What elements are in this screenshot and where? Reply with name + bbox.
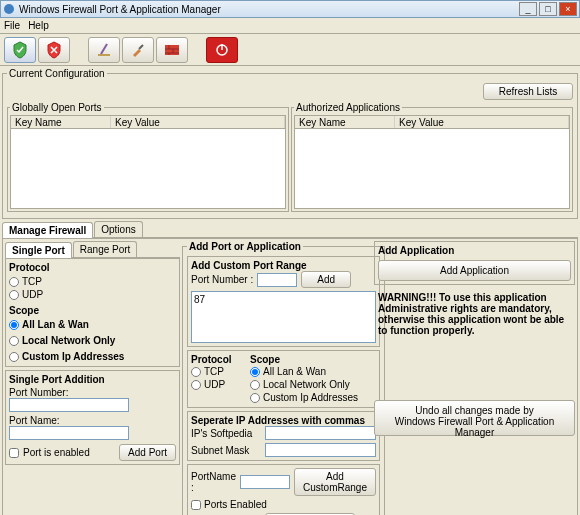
mid-tcp-label: TCP (204, 366, 224, 377)
auth-apps-col-keyvalue[interactable]: Key Value (395, 116, 569, 128)
mid-portnum-label: Port Number : (191, 274, 253, 285)
range-portnum-input[interactable] (257, 273, 297, 287)
mid-radio-scope-custom[interactable] (250, 393, 260, 403)
mid-protocol-label: Protocol (191, 354, 246, 365)
mid-scope3: Custom Ip Addresses (263, 392, 358, 403)
protocol-label: Protocol (9, 262, 176, 273)
mid-scope1: All Lan & Wan (263, 366, 326, 377)
port-name-input[interactable] (9, 426, 129, 440)
warning-text: WARNING!!! To use this application Admin… (374, 288, 575, 340)
brush-button[interactable] (122, 37, 154, 63)
sepip-label: Seperate IP Addresses with commas (191, 415, 376, 426)
scope-label: Scope (9, 305, 176, 316)
close-button[interactable]: × (559, 2, 577, 16)
open-ports-title: Globally Open Ports (10, 102, 104, 113)
minimize-button[interactable]: _ (519, 2, 537, 16)
menu-file[interactable]: File (4, 20, 20, 31)
tab-range-port[interactable]: Range Port (73, 241, 138, 257)
mid-radio-scope-all[interactable] (250, 367, 260, 377)
open-ports-group: Globally Open Ports Key Name Key Value (7, 102, 289, 212)
tab-options[interactable]: Options (94, 221, 142, 237)
radio-scope-all[interactable] (9, 320, 19, 330)
tab-single-port[interactable]: Single Port (5, 242, 72, 258)
add-app-label: Add Application (378, 245, 571, 256)
open-ports-list[interactable] (10, 129, 286, 209)
window-title: Windows Firewall Port & Application Mana… (19, 4, 517, 15)
mid-scope2: Local Network Only (263, 379, 350, 390)
current-config-group: Current Configuration Refresh Lists Glob… (2, 68, 578, 219)
ips-input[interactable] (265, 426, 376, 440)
portnum-label: Port Number: (9, 387, 176, 398)
app-icon (3, 3, 15, 15)
mid-scope-label: Scope (250, 354, 376, 365)
open-ports-header: Key Name Key Value (10, 115, 286, 129)
ports-enabled-label: Ports Enabled (204, 499, 267, 510)
menubar: File Help (0, 18, 580, 34)
add-button[interactable]: Add (301, 271, 351, 288)
auth-apps-list[interactable] (294, 129, 570, 209)
add-port-button[interactable]: Add Port (119, 444, 176, 461)
radio-scope-local[interactable] (9, 336, 19, 346)
scope-all-label: All Lan & Wan (22, 319, 89, 330)
port-range-value: 87 (194, 294, 205, 305)
open-ports-col-keyvalue[interactable]: Key Value (111, 116, 285, 128)
mid-radio-tcp[interactable] (191, 367, 201, 377)
range-portname-input[interactable] (240, 475, 290, 489)
add-custom-range-button[interactable]: Add CustomRange (294, 468, 376, 496)
scope-local-label: Local Network Only (22, 335, 115, 346)
open-ports-col-keyname[interactable]: Key Name (11, 116, 111, 128)
current-config-title: Current Configuration (7, 68, 107, 79)
wand-button[interactable] (88, 37, 120, 63)
port-enabled-check[interactable] (9, 448, 19, 458)
add-port-app-group: Add Port or Application Add Custom Port … (182, 241, 385, 515)
radio-udp[interactable] (9, 290, 19, 300)
svg-point-0 (4, 4, 14, 14)
refresh-lists-button[interactable]: Refresh Lists (483, 83, 573, 100)
menu-help[interactable]: Help (28, 20, 49, 31)
auth-apps-title: Authorized Applications (294, 102, 402, 113)
subnet-input[interactable] (265, 443, 376, 457)
maximize-button[interactable]: □ (539, 2, 557, 16)
scope-custom-label: Custom Ip Addresses (22, 351, 124, 362)
radio-tcp[interactable] (9, 277, 19, 287)
ports-enabled-check[interactable] (191, 500, 201, 510)
mid-udp-label: UDP (204, 379, 225, 390)
sub-tabs: Single Port Range Port (5, 241, 180, 258)
ips-label: IP's Softpedia (191, 428, 261, 439)
mid-portname-label: PortName : (191, 471, 236, 493)
spa-label: Single Port Addition (9, 374, 176, 385)
auth-apps-col-keyname[interactable]: Key Name (295, 116, 395, 128)
add-port-app-title: Add Port or Application (187, 241, 303, 252)
port-number-input[interactable] (9, 398, 129, 412)
port-range-list[interactable]: 87 (191, 291, 376, 343)
mid-radio-udp[interactable] (191, 380, 201, 390)
main-tabs: Manage Firewall Options (2, 221, 578, 238)
power-button[interactable] (206, 37, 238, 63)
auth-apps-group: Authorized Applications Key Name Key Val… (291, 102, 573, 212)
radio-scope-custom[interactable] (9, 352, 19, 362)
add-application-button[interactable]: Add Application (378, 260, 571, 281)
mid-radio-scope-local[interactable] (250, 380, 260, 390)
wall-button[interactable] (156, 37, 188, 63)
port-enabled-label: Port is enabled (23, 447, 90, 458)
titlebar: Windows Firewall Port & Application Mana… (0, 0, 580, 18)
shield-green-button[interactable] (4, 37, 36, 63)
tcp-label: TCP (22, 276, 42, 287)
toolbar (0, 34, 580, 66)
acpr-label: Add Custom Port Range (191, 260, 376, 271)
portname-label: Port Name: (9, 415, 176, 426)
undo-button[interactable]: Undo all changes made by Windows Firewal… (374, 400, 575, 436)
tab-manage-firewall[interactable]: Manage Firewall (2, 222, 93, 238)
subnet-label: Subnet Mask (191, 445, 261, 456)
svg-rect-1 (98, 54, 110, 56)
shield-red-button[interactable] (38, 37, 70, 63)
svg-rect-2 (165, 45, 179, 55)
auth-apps-header: Key Name Key Value (294, 115, 570, 129)
udp-label: UDP (22, 289, 43, 300)
